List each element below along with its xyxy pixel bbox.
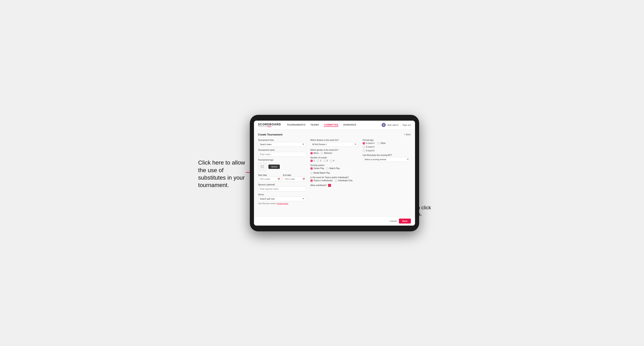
tournament-host-group: Tournament Host Search team bbox=[258, 139, 306, 147]
event-for-label: Is this event for Teams and/or Individua… bbox=[310, 176, 358, 178]
tablet-screen: SCOREBOARD Powered by clippd TOURNAMENTS… bbox=[254, 121, 415, 226]
start-date-label: Start date bbox=[258, 174, 267, 176]
scoring-system-label: Scoring system bbox=[310, 164, 358, 167]
substitutes-label[interactable]: Allow substitutes? bbox=[310, 184, 358, 187]
form-footer: Cancel Save bbox=[254, 216, 415, 226]
event-individuals[interactable]: Individuals Only bbox=[335, 179, 353, 182]
gender-womens-radio[interactable] bbox=[321, 152, 323, 155]
user-name: blair admin bbox=[387, 124, 398, 126]
navbar: SCOREBOARD Powered by clippd TOURNAMENTS… bbox=[254, 121, 415, 130]
scoring-stroke[interactable]: Stroke Play bbox=[310, 167, 324, 170]
scoring-select-wrap: Select a scoring service bbox=[362, 157, 411, 162]
rounds-group: Number of rounds 1 2 bbox=[310, 157, 358, 162]
nav-teams[interactable]: TEAMS bbox=[310, 123, 319, 127]
tournament-host-label: Tournament Host bbox=[258, 139, 306, 141]
cancel-button[interactable]: Cancel bbox=[390, 220, 397, 222]
nav-tournaments[interactable]: TOURNAMENTS bbox=[287, 123, 306, 127]
scoring-system-group: Scoring system Stroke Play Match Play bbox=[310, 164, 358, 174]
rounds-2-radio[interactable] bbox=[317, 160, 319, 162]
scoring-medal[interactable]: Medal Match Play bbox=[310, 172, 330, 174]
venue-group: Venue Search golf club Can't find your v… bbox=[258, 193, 306, 204]
tournament-host-select[interactable]: Search team bbox=[258, 142, 306, 147]
scoring-api-label: Use third-party live scoring API? bbox=[362, 154, 411, 156]
rounds-radio-group: 1 2 3 bbox=[310, 160, 358, 162]
rounds-3[interactable]: 3 bbox=[323, 160, 328, 162]
rounds-2[interactable]: 2 bbox=[317, 160, 321, 162]
event-for-group: Is this event for Teams and/or Individua… bbox=[310, 176, 358, 182]
sponsor-label: Sponsor (optional) bbox=[258, 183, 306, 186]
nav-right: B blair admin | Sign out bbox=[382, 123, 411, 127]
date-row: Start date 📅 End date bbox=[258, 173, 306, 181]
form-column-3: Format type 5 count 4 bbox=[362, 139, 411, 204]
tournament-logo-label: Tournament logo bbox=[258, 159, 306, 161]
format-6count4-radio[interactable] bbox=[362, 146, 365, 148]
upload-button[interactable]: Upload bbox=[268, 165, 280, 169]
format-other-radio[interactable] bbox=[377, 142, 380, 145]
start-date-wrap: 📅 bbox=[258, 177, 282, 181]
start-date-group: Start date 📅 bbox=[258, 173, 282, 181]
substitutes-text: Allow substitutes? bbox=[310, 184, 327, 186]
end-date-label: End date bbox=[283, 174, 291, 176]
format-5count4[interactable]: 5 count 4 bbox=[362, 142, 374, 145]
rounds-4-radio[interactable] bbox=[330, 160, 332, 162]
end-date-group: End date 📅 bbox=[283, 173, 306, 181]
format-6count4[interactable]: 6 count 4 bbox=[362, 146, 411, 148]
signout-link[interactable]: Sign out bbox=[402, 124, 411, 126]
gender-label: Which gender is the event for? bbox=[310, 149, 358, 151]
venue-select[interactable]: Search golf club bbox=[258, 196, 306, 201]
tablet-device: SCOREBOARD Powered by clippd TOURNAMENTS… bbox=[250, 115, 419, 231]
logo-upload-area: ⛾ Upload bbox=[258, 163, 306, 171]
format-row-1: 5 count 4 Other bbox=[362, 142, 411, 145]
scoring-match-radio[interactable] bbox=[326, 167, 329, 170]
scoreboard-logo: SCOREBOARD bbox=[258, 123, 281, 126]
save-button[interactable]: Save bbox=[399, 219, 411, 223]
venue-label: Venue bbox=[258, 193, 306, 196]
form-grid: Tournament Host Search team Tournament n… bbox=[258, 139, 411, 204]
sponsor-input[interactable] bbox=[258, 187, 306, 191]
tournament-name-group: Tournament name bbox=[258, 149, 306, 157]
rounds-1[interactable]: 1 bbox=[310, 160, 315, 162]
substitutes-checkbox[interactable] bbox=[328, 184, 331, 187]
scoring-match[interactable]: Match Play bbox=[326, 167, 340, 170]
format-other[interactable]: Other bbox=[377, 142, 386, 145]
page-title: Create Tournament bbox=[258, 133, 282, 136]
gender-radio-group: Mens Womens bbox=[310, 152, 358, 155]
format-6count5-radio[interactable] bbox=[362, 150, 365, 152]
format-6count5[interactable]: 6 count 5 bbox=[362, 150, 411, 152]
division-label: Which division is the event for? bbox=[310, 139, 358, 141]
format-type-label: Format type bbox=[362, 139, 411, 141]
nav-divider: | bbox=[400, 124, 401, 126]
event-teams[interactable]: Teams (+Individuals) bbox=[310, 179, 333, 182]
calendar-end-icon: 📅 bbox=[302, 178, 305, 180]
division-select[interactable]: NCAA Division I bbox=[310, 142, 358, 147]
event-individuals-radio[interactable] bbox=[335, 179, 337, 182]
scoring-service-select[interactable]: Select a scoring service bbox=[362, 157, 411, 162]
back-link[interactable]: Back bbox=[404, 133, 411, 136]
event-teams-radio[interactable] bbox=[310, 179, 313, 182]
avatar: B bbox=[382, 123, 386, 127]
scoring-radio-group: Stroke Play Match Play Medal Match Play bbox=[310, 167, 358, 174]
end-date-wrap: 📅 bbox=[283, 177, 306, 181]
left-annotation: Click here to allow the use of substitut… bbox=[198, 159, 246, 189]
rounds-1-radio[interactable] bbox=[310, 160, 313, 162]
calendar-icon: 📅 bbox=[278, 178, 280, 180]
content-area: Create Tournament Back Tournament Host S… bbox=[254, 130, 415, 216]
scoring-stroke-radio[interactable] bbox=[310, 167, 313, 170]
format-5count4-radio[interactable] bbox=[362, 142, 365, 145]
sponsor-group: Sponsor (optional) bbox=[258, 183, 306, 191]
scoring-medal-radio[interactable] bbox=[310, 172, 313, 174]
gender-womens[interactable]: Womens bbox=[321, 152, 332, 155]
form-column-2: Which division is the event for? NCAA Di… bbox=[310, 139, 358, 204]
rounds-3-radio[interactable] bbox=[323, 160, 326, 162]
gender-group: Which gender is the event for? Mens Wome… bbox=[310, 149, 358, 155]
nav-committee[interactable]: COMMITTEE bbox=[324, 123, 338, 127]
dates-group: Start date 📅 End date bbox=[258, 173, 306, 181]
gender-mens-radio[interactable] bbox=[310, 152, 313, 155]
nav-links: TOURNAMENTS TEAMS COMMITTEE RANKINGS bbox=[287, 123, 382, 127]
powered-by-label: Powered by clippd bbox=[258, 126, 281, 127]
nav-rankings[interactable]: RANKINGS bbox=[343, 123, 356, 127]
gender-mens[interactable]: Mens bbox=[310, 152, 318, 155]
tournament-name-input[interactable] bbox=[258, 152, 306, 157]
email-support-link[interactable]: email support bbox=[277, 202, 288, 204]
rounds-4[interactable]: 4 bbox=[330, 160, 334, 162]
